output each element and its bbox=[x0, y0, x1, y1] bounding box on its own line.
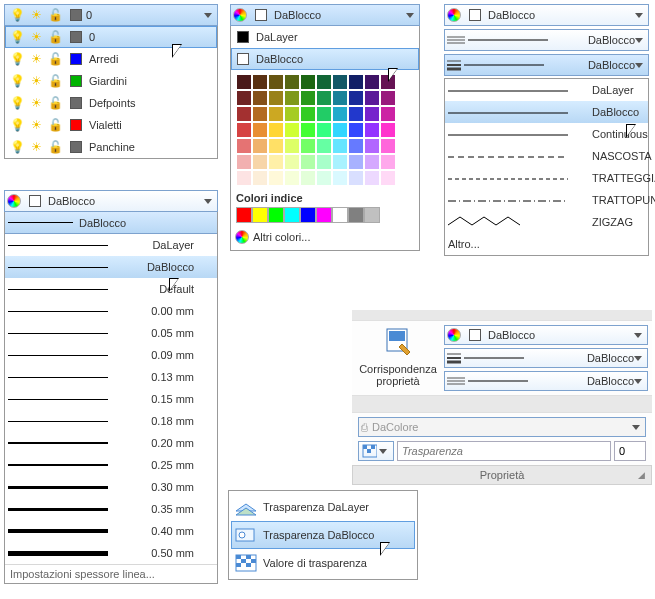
color-cell[interactable] bbox=[252, 90, 268, 106]
linetype-item[interactable]: NASCOSTA bbox=[445, 145, 648, 167]
linetype-item[interactable]: ZIGZAG bbox=[445, 211, 648, 233]
color-cell[interactable] bbox=[268, 74, 284, 90]
color-cell[interactable] bbox=[348, 154, 364, 170]
color-cell[interactable] bbox=[268, 106, 284, 122]
color-cell[interactable] bbox=[316, 90, 332, 106]
color-cell[interactable] bbox=[332, 138, 348, 154]
color-cell[interactable] bbox=[268, 90, 284, 106]
color-cell[interactable] bbox=[300, 90, 316, 106]
layer-dropdown[interactable]: 💡 ☀ 🔓 0 💡 ☀ 🔓 0💡 ☀ 🔓 Arredi💡 ☀ 🔓 Giardin… bbox=[4, 4, 218, 159]
color-cell[interactable] bbox=[348, 90, 364, 106]
layer-item[interactable]: 💡 ☀ 🔓 Defpoints bbox=[5, 92, 217, 114]
index-color-cell[interactable] bbox=[332, 207, 348, 223]
color-cell[interactable] bbox=[236, 154, 252, 170]
color-cell[interactable] bbox=[316, 170, 332, 186]
color-cell[interactable] bbox=[236, 90, 252, 106]
lineweight-status[interactable]: Impostazioni spessore linea... bbox=[5, 564, 217, 583]
linetype-row-3[interactable]: DaBlocco bbox=[444, 54, 649, 76]
lineweight-item[interactable]: Default bbox=[5, 278, 217, 300]
color-cell[interactable] bbox=[252, 122, 268, 138]
color-cell[interactable] bbox=[300, 154, 316, 170]
color-cell[interactable] bbox=[332, 106, 348, 122]
color-cell[interactable] bbox=[252, 74, 268, 90]
color-cell[interactable] bbox=[380, 154, 396, 170]
color-cell[interactable] bbox=[316, 106, 332, 122]
color-cell[interactable] bbox=[364, 90, 380, 106]
color-cell[interactable] bbox=[300, 122, 316, 138]
ribbon-linetype-dd[interactable]: DaBlocco bbox=[444, 371, 648, 391]
lineweight-item[interactable]: 0.09 mm bbox=[5, 344, 217, 366]
color-cell[interactable] bbox=[348, 170, 364, 186]
linetype-item[interactable]: DaBlocco bbox=[445, 101, 648, 123]
color-cell[interactable] bbox=[364, 138, 380, 154]
color-cell[interactable] bbox=[236, 170, 252, 186]
color-cell[interactable] bbox=[332, 170, 348, 186]
linetype-row-1[interactable]: DaBlocco bbox=[444, 4, 649, 26]
color-cell[interactable] bbox=[300, 170, 316, 186]
lineweight-item[interactable]: 0.35 mm bbox=[5, 498, 217, 520]
color-cell[interactable] bbox=[252, 138, 268, 154]
color-cell[interactable] bbox=[236, 106, 252, 122]
color-cell[interactable] bbox=[236, 122, 252, 138]
color-cell[interactable] bbox=[316, 138, 332, 154]
linetype-item[interactable]: TRATTOPUNTO bbox=[445, 189, 648, 211]
color-dropdown-header[interactable]: DaBlocco bbox=[230, 4, 420, 26]
lineweight-item[interactable]: DaBlocco bbox=[5, 212, 217, 234]
color-cell[interactable] bbox=[332, 74, 348, 90]
ribbon-lineweight-dd[interactable]: DaBlocco bbox=[444, 348, 648, 368]
color-cell[interactable] bbox=[300, 74, 316, 90]
lineweight-item[interactable]: 0.00 mm bbox=[5, 300, 217, 322]
index-color-cell[interactable] bbox=[316, 207, 332, 223]
color-cell[interactable] bbox=[284, 74, 300, 90]
lineweight-item[interactable]: 0.18 mm bbox=[5, 410, 217, 432]
transparency-menu-item[interactable]: Trasparenza DaLayer bbox=[231, 493, 415, 521]
layer-item[interactable]: 💡 ☀ 🔓 Panchine bbox=[5, 136, 217, 158]
color-cell[interactable] bbox=[316, 122, 332, 138]
color-item[interactable]: DaBlocco bbox=[231, 48, 419, 70]
color-cell[interactable] bbox=[364, 170, 380, 186]
lineweight-item[interactable]: 0.13 mm bbox=[5, 366, 217, 388]
index-color-cell[interactable] bbox=[268, 207, 284, 223]
color-cell[interactable] bbox=[284, 154, 300, 170]
transparency-menu-item[interactable]: Trasparenza DaBlocco bbox=[231, 521, 415, 549]
linetype-dropdown[interactable]: DaBlocco DaBlocco DaBlocco DaLayer DaBlo… bbox=[444, 4, 649, 256]
color-cell[interactable] bbox=[332, 154, 348, 170]
lineweight-item[interactable]: 0.40 mm bbox=[5, 520, 217, 542]
color-cell[interactable] bbox=[380, 138, 396, 154]
color-cell[interactable] bbox=[316, 74, 332, 90]
panel-arrow-icon[interactable]: ◢ bbox=[638, 470, 645, 480]
linetype-row-2[interactable]: DaBlocco bbox=[444, 29, 649, 51]
transparency-menu-item[interactable]: Valore di trasparenza bbox=[231, 549, 415, 577]
index-color-cell[interactable] bbox=[300, 207, 316, 223]
color-item[interactable]: DaLayer bbox=[231, 26, 419, 48]
ribbon-color-dd[interactable]: DaBlocco bbox=[444, 325, 648, 345]
color-cell[interactable] bbox=[268, 154, 284, 170]
color-cell[interactable] bbox=[380, 122, 396, 138]
color-cell[interactable] bbox=[300, 106, 316, 122]
color-cell[interactable] bbox=[364, 74, 380, 90]
color-cell[interactable] bbox=[380, 106, 396, 122]
transparency-mode-button[interactable] bbox=[358, 441, 394, 461]
index-color-cell[interactable] bbox=[284, 207, 300, 223]
linetype-item[interactable]: TRATTEGGIATA bbox=[445, 167, 648, 189]
layer-item[interactable]: 💡 ☀ 🔓 Arredi bbox=[5, 48, 217, 70]
color-cell[interactable] bbox=[332, 90, 348, 106]
color-cell[interactable] bbox=[316, 154, 332, 170]
color-cell[interactable] bbox=[268, 138, 284, 154]
match-properties-button[interactable]: Corrispondenza proprietà bbox=[352, 325, 444, 391]
color-cell[interactable] bbox=[364, 106, 380, 122]
layer-item[interactable]: 💡 ☀ 🔓 Giardini bbox=[5, 70, 217, 92]
color-cell[interactable] bbox=[380, 170, 396, 186]
transparency-input[interactable] bbox=[397, 441, 611, 461]
lineweight-header[interactable]: DaBlocco bbox=[4, 190, 218, 212]
color-cell[interactable] bbox=[252, 106, 268, 122]
color-cell[interactable] bbox=[284, 90, 300, 106]
color-cell[interactable] bbox=[380, 90, 396, 106]
lineweight-item[interactable]: 0.15 mm bbox=[5, 388, 217, 410]
index-color-cell[interactable] bbox=[364, 207, 380, 223]
layer-item[interactable]: 💡 ☀ 🔓 0 bbox=[5, 26, 217, 48]
color-dropdown[interactable]: DaBlocco DaLayer DaBlocco Colori indice … bbox=[230, 4, 420, 251]
transparency-value[interactable] bbox=[614, 441, 646, 461]
color-cell[interactable] bbox=[348, 106, 364, 122]
color-cell[interactable] bbox=[332, 122, 348, 138]
